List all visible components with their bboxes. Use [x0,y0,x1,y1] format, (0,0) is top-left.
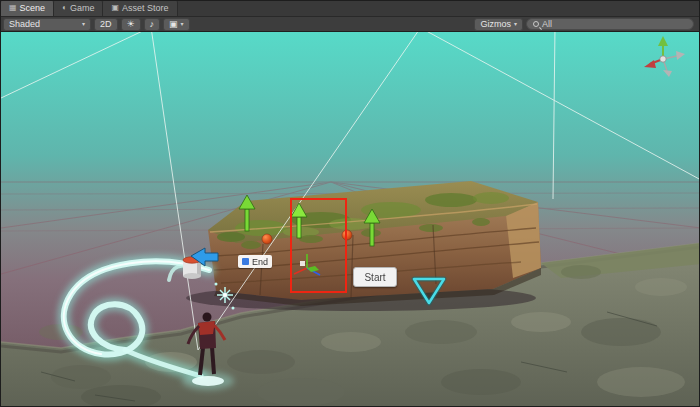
scene-tab-icon: ▦ [9,4,17,12]
gizmos-dropdown[interactable]: Gizmos ▾ [474,18,523,31]
scene-viewport[interactable]: End Start [1,32,700,407]
tab-game[interactable]: ◐ Game [54,0,103,16]
effects-icon: ▣ [169,20,178,29]
start-label-text: Start [364,272,385,283]
chevron-down-icon: ▾ [514,21,517,27]
shading-mode-label: Shaded [9,20,40,29]
end-label-text: End [252,257,268,267]
lighting-toggle-button[interactable]: ☀ [121,18,141,31]
lighting-icon: ☀ [127,20,135,29]
tab-asset-store[interactable]: ▣ Asset Store [103,0,177,16]
toggle-2d-button[interactable]: 2D [94,18,118,31]
tab-scene[interactable]: ▦ Scene [1,0,54,16]
scene-toolbar: Shaded ▾ 2D ☀ ♪ ▣ ▾ Gizmos ▾ All [1,17,699,32]
effects-dropdown[interactable]: ▣ ▾ [163,18,190,31]
scene-svg[interactable] [1,32,700,407]
end-waypoint-label[interactable]: End [238,255,272,268]
audio-toggle-button[interactable]: ♪ [144,18,161,31]
tab-scene-label: Scene [20,3,46,13]
search-icon [533,21,539,27]
tab-game-label: Game [70,3,95,13]
search-value: All [542,19,552,29]
gizmos-label: Gizmos [480,20,511,29]
chevron-down-icon: ▾ [82,21,85,27]
game-tab-icon: ◐ [62,4,67,12]
tab-bar: ▦ Scene ◐ Game ▣ Asset Store [1,1,699,17]
shading-mode-dropdown[interactable]: Shaded ▾ [3,18,91,31]
audio-icon: ♪ [150,20,155,29]
waypoint-icon [242,258,249,265]
asset-store-tab-icon: ▣ [111,4,119,12]
chevron-down-icon: ▾ [181,21,184,27]
unity-editor-panel: ▦ Scene ◐ Game ▣ Asset Store Shaded ▾ 2D… [0,0,700,407]
toggle-2d-label: 2D [100,20,112,29]
start-waypoint-label[interactable]: Start [353,267,397,287]
tab-asset-store-label: Asset Store [122,3,169,13]
search-input[interactable]: All [526,18,694,30]
